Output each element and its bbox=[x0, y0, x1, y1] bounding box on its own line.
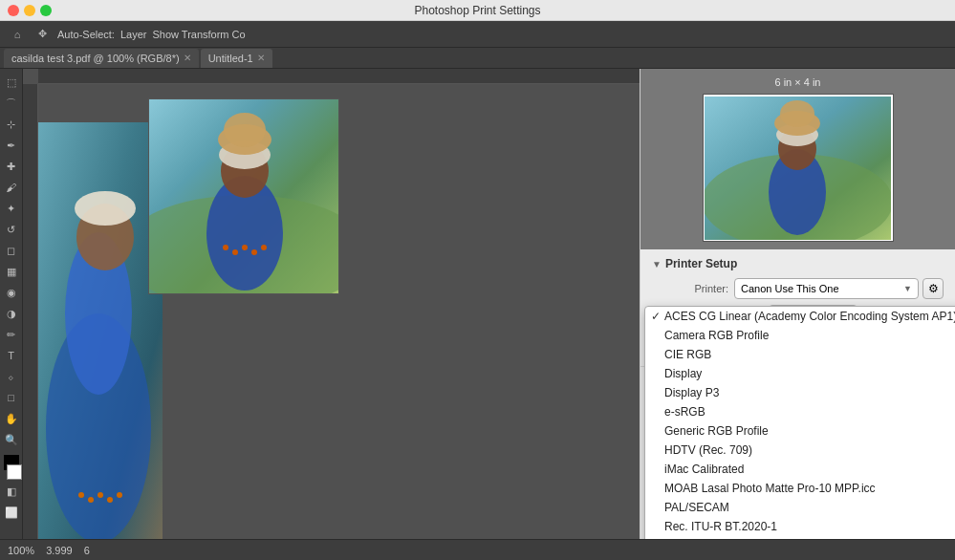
tools-panel: ⬚ ⌒ ⊹ ✒ ✚ 🖌 ✦ ↺ ◻ ▦ ◉ ◑ ✏ T ⬦ □ ✋ 🔍 ◧ ⬜ bbox=[0, 69, 23, 539]
tab-untitled-close[interactable]: ✕ bbox=[257, 53, 265, 63]
tool-quick-mask[interactable]: ◧ bbox=[2, 482, 21, 501]
printer-label: Printer: bbox=[652, 283, 728, 294]
printer-settings-icon-btn[interactable]: ⚙ bbox=[922, 278, 944, 299]
print-size-label: 6 in × 4 in bbox=[774, 76, 820, 88]
svg-point-21 bbox=[261, 245, 267, 250]
tool-brush[interactable]: 🖌 bbox=[2, 178, 21, 197]
tool-screen-mode[interactable]: ⬜ bbox=[2, 503, 21, 522]
canvas-art-center bbox=[149, 99, 339, 294]
printer-setup-header: ▼ Printer Setup bbox=[652, 257, 944, 270]
dropdown-item[interactable]: MOAB Lasal Photo Matte Pro-10 MPP.icc bbox=[645, 479, 955, 498]
svg-point-8 bbox=[107, 497, 113, 503]
tab-casilda-label: casilda test 3.pdf @ 100% (RGB/8*) bbox=[11, 53, 180, 64]
print-preview-image bbox=[705, 97, 891, 240]
dropdown-item[interactable]: Generic RGB Profile bbox=[645, 421, 955, 441]
printer-select-wrapper: Canon Use This One ▼ ⚙ bbox=[734, 278, 944, 299]
printer-select[interactable]: Canon Use This One ▼ bbox=[734, 278, 919, 299]
svg-point-20 bbox=[251, 249, 257, 255]
svg-point-19 bbox=[242, 245, 248, 250]
tool-lasso[interactable]: ⌒ bbox=[2, 94, 21, 113]
minimize-button[interactable] bbox=[24, 5, 35, 16]
svg-point-6 bbox=[88, 497, 94, 503]
tool-blur[interactable]: ◉ bbox=[2, 283, 21, 302]
dropdown-item[interactable]: Camera RGB Profile bbox=[645, 326, 955, 345]
main-content: ⬚ ⌒ ⊹ ✒ ✚ 🖌 ✦ ↺ ◻ ▦ ◉ ◑ ✏ T ⬦ □ ✋ 🔍 ◧ ⬜ bbox=[0, 69, 955, 539]
printer-select-arrow: ▼ bbox=[903, 284, 912, 293]
print-preview-area: 6 in × 4 in bbox=[640, 69, 955, 249]
tool-zoom[interactable]: 🔍 bbox=[2, 430, 21, 449]
svg-point-28 bbox=[780, 100, 814, 127]
tool-background-color[interactable] bbox=[7, 464, 22, 480]
ruler-vertical bbox=[23, 84, 38, 539]
tool-gradient[interactable]: ▦ bbox=[2, 262, 21, 281]
dropdown-item[interactable]: ACES CG Linear (Academy Color Encoding S… bbox=[645, 307, 955, 326]
dropdown-item[interactable]: Display bbox=[645, 364, 955, 383]
dropdown-item[interactable]: iMac Calibrated bbox=[645, 460, 955, 479]
y-coord: 6 bbox=[84, 545, 90, 556]
tool-heal[interactable]: ✚ bbox=[2, 157, 21, 176]
tab-bar: casilda test 3.pdf @ 100% (RGB/8*) ✕ Unt… bbox=[0, 48, 955, 69]
dropdown-item[interactable]: Rec. ITU-R BT.2020-1 bbox=[645, 517, 955, 536]
dropdown-item[interactable]: Rec. ITU-R BT.709-5 bbox=[645, 536, 955, 539]
svg-point-16 bbox=[224, 113, 266, 147]
tool-text[interactable]: T bbox=[2, 346, 21, 365]
canvas-image-center bbox=[148, 98, 339, 294]
dropdown-item[interactable]: HDTV (Rec. 709) bbox=[645, 441, 955, 460]
printer-profile-dropdown[interactable]: ACES CG Linear (Academy Color Encoding S… bbox=[644, 306, 955, 539]
print-dialog: 6 in × 4 in bbox=[640, 69, 955, 539]
maximize-button[interactable] bbox=[40, 5, 52, 16]
tool-pen[interactable]: ✏ bbox=[2, 325, 21, 344]
tool-crop[interactable]: ⊹ bbox=[2, 115, 21, 134]
tool-shape[interactable]: □ bbox=[2, 388, 21, 407]
svg-point-7 bbox=[98, 492, 103, 498]
tool-dodge[interactable]: ◑ bbox=[2, 304, 21, 323]
canvas-art-left bbox=[38, 122, 163, 539]
tab-casilda[interactable]: casilda test 3.pdf @ 100% (RGB/8*) ✕ bbox=[4, 49, 199, 68]
svg-point-17 bbox=[223, 245, 228, 250]
svg-point-9 bbox=[117, 492, 122, 498]
traffic-lights bbox=[8, 5, 52, 16]
close-button[interactable] bbox=[8, 5, 19, 16]
svg-point-18 bbox=[232, 249, 238, 255]
tab-untitled[interactable]: Untitled-1 ✕ bbox=[201, 49, 272, 68]
window-title: Photoshop Print Settings bbox=[414, 4, 540, 17]
titlebar: Photoshop Print Settings bbox=[0, 0, 955, 21]
svg-point-4 bbox=[75, 191, 136, 226]
status-bar: 100% 3.999 6 bbox=[0, 539, 955, 560]
auto-select-label: Auto-Select: bbox=[57, 29, 115, 40]
print-preview-box bbox=[703, 94, 894, 242]
tab-untitled-label: Untitled-1 bbox=[208, 53, 253, 64]
dropdown-item[interactable]: CIE RGB bbox=[645, 345, 955, 364]
tool-history[interactable]: ↺ bbox=[2, 220, 21, 239]
x-coord: 3.999 bbox=[46, 545, 73, 556]
canvas-area: 6 in × 4 in bbox=[23, 69, 955, 539]
layer-label: Layer bbox=[120, 29, 147, 40]
tab-casilda-close[interactable]: ✕ bbox=[184, 53, 191, 63]
collapse-icon[interactable]: ▼ bbox=[652, 259, 662, 269]
zoom-level: 100% bbox=[8, 545, 34, 556]
dropdown-item[interactable]: Display P3 bbox=[645, 383, 955, 402]
toolbar: ⌂ ✥ Auto-Select: Layer Show Transform Co bbox=[0, 21, 955, 48]
home-icon[interactable]: ⌂ bbox=[8, 25, 27, 44]
canvas-image-left bbox=[38, 122, 163, 539]
tool-path-select[interactable]: ⬦ bbox=[2, 367, 21, 386]
printer-setup-label: Printer Setup bbox=[665, 257, 737, 270]
printer-value: Canon Use This One bbox=[741, 283, 839, 294]
svg-point-5 bbox=[78, 492, 84, 498]
move-icon[interactable]: ✥ bbox=[33, 25, 52, 44]
printer-row: Printer: Canon Use This One ▼ ⚙ bbox=[652, 278, 944, 299]
tool-stamp[interactable]: ✦ bbox=[2, 199, 21, 218]
tool-hand[interactable]: ✋ bbox=[2, 409, 21, 428]
tool-eyedropper[interactable]: ✒ bbox=[2, 136, 21, 155]
dropdown-item[interactable]: e-sRGB bbox=[645, 402, 955, 421]
tool-rectangle-select[interactable]: ⬚ bbox=[2, 73, 21, 92]
dropdown-item[interactable]: PAL/SECAM bbox=[645, 498, 955, 517]
show-transform-label: Show Transform Co bbox=[152, 29, 245, 40]
tool-eraser[interactable]: ◻ bbox=[2, 241, 21, 260]
